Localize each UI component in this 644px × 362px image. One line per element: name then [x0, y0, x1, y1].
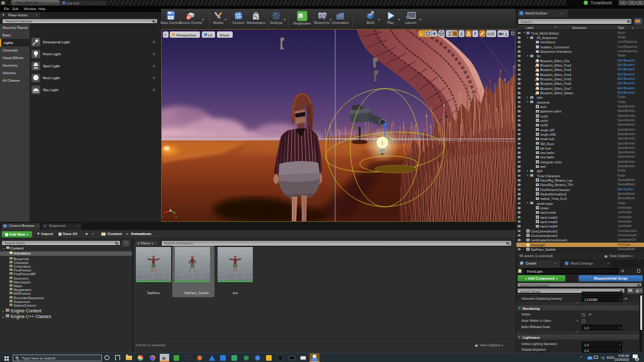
svg-text:Perspective: Perspective — [177, 33, 197, 37]
svg-text:▼: ▼ — [164, 33, 167, 36]
svg-text:+: + — [420, 32, 423, 36]
svg-text:0.25: 0.25 — [487, 32, 494, 36]
svg-text:Lit: Lit — [208, 33, 213, 37]
svg-text:Show: Show — [219, 33, 230, 37]
svg-text:3: 3 — [505, 33, 507, 36]
